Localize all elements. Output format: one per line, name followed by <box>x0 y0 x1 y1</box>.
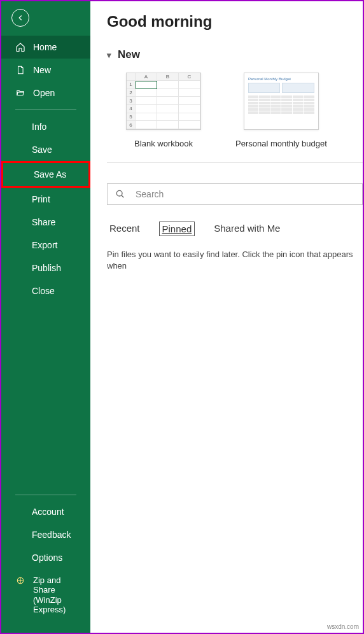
sidebar-item-save[interactable]: Save <box>1 138 90 161</box>
sidebar-item-zip-share[interactable]: Zip and Share (WinZip Express) <box>1 569 90 621</box>
search-box[interactable] <box>107 183 363 205</box>
search-icon <box>115 189 125 199</box>
sidebar-item-label: Open <box>33 88 55 98</box>
chevron-down-icon: ▾ <box>107 50 111 60</box>
section-new-label: New <box>118 48 140 61</box>
home-icon <box>15 42 25 52</box>
file-tabs: Recent Pinned Shared with Me <box>107 222 363 236</box>
sidebar-item-home[interactable]: Home <box>1 36 90 59</box>
tab-pinned[interactable]: Pinned <box>159 222 195 236</box>
sidebar: Home New Open Info Save Save As Print Sh… <box>1 1 90 633</box>
sidebar-item-options[interactable]: Options <box>1 546 90 569</box>
template-caption: Blank workbook <box>134 139 193 148</box>
template-caption: Personal monthly budget <box>235 139 327 148</box>
sidebar-item-print[interactable]: Print <box>1 188 90 211</box>
watermark: wsxdn.com <box>327 623 359 630</box>
section-new-header[interactable]: ▾ New <box>107 48 363 61</box>
tab-recent[interactable]: Recent <box>107 222 143 236</box>
back-button[interactable] <box>11 9 29 27</box>
tab-shared[interactable]: Shared with Me <box>211 222 283 236</box>
folder-open-icon <box>15 88 25 98</box>
search-input[interactable] <box>136 189 354 199</box>
sidebar-item-share[interactable]: Share <box>1 211 90 234</box>
sidebar-item-close[interactable]: Close <box>1 279 90 302</box>
sidebar-item-label: New <box>33 65 51 75</box>
file-icon <box>15 65 25 75</box>
sidebar-divider <box>15 495 76 495</box>
divider <box>107 162 363 163</box>
sidebar-item-save-as[interactable]: Save As <box>1 161 90 188</box>
sidebar-item-new[interactable]: New <box>1 59 90 81</box>
sidebar-item-feedback[interactable]: Feedback <box>1 523 90 546</box>
sidebar-divider <box>15 109 76 110</box>
pinned-empty-message: Pin files you want to easily find later.… <box>107 249 363 272</box>
sidebar-item-account[interactable]: Account <box>1 500 90 523</box>
zip-icon <box>15 575 25 586</box>
template-blank-workbook[interactable]: ABC 1 2 3 4 5 6 Blank workbook <box>126 73 201 148</box>
svg-point-1 <box>116 190 122 196</box>
template-list: ABC 1 2 3 4 5 6 Blank workbook Personal … <box>126 73 363 148</box>
sidebar-item-open[interactable]: Open <box>1 81 90 104</box>
main-content: Good morning ▾ New ABC 1 2 3 4 5 6 <box>90 1 363 633</box>
sidebar-item-label: Home <box>33 42 57 52</box>
sidebar-item-publish[interactable]: Publish <box>1 257 90 279</box>
template-thumbnail: Personal Monthly Budget <box>244 73 319 130</box>
sidebar-item-label: Zip and Share (WinZip Express) <box>33 575 81 615</box>
page-title: Good morning <box>107 13 363 31</box>
sidebar-item-info[interactable]: Info <box>1 115 90 138</box>
back-arrow-icon <box>16 13 25 22</box>
template-personal-budget[interactable]: Personal Monthly Budget Personal monthly… <box>235 73 327 148</box>
template-thumbnail: ABC 1 2 3 4 5 6 <box>126 73 201 130</box>
sidebar-item-export[interactable]: Export <box>1 234 90 257</box>
